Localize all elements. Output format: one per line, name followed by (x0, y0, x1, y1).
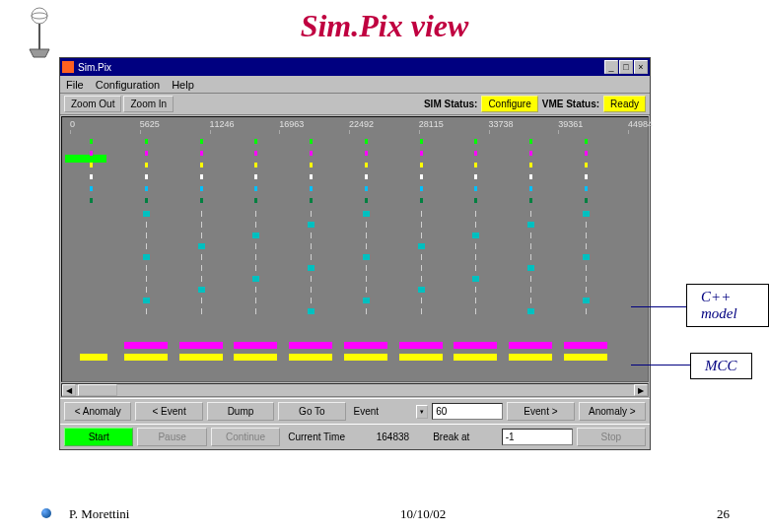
chart-dash (145, 198, 148, 203)
window-title: Sim.Pix (78, 62, 111, 73)
zoom-in-button[interactable]: Zoom In (123, 96, 174, 112)
chart-dash (254, 151, 257, 156)
stop-button[interactable]: Stop (577, 428, 646, 446)
chart-vline-seg (146, 243, 147, 249)
chart-vline-seg (421, 254, 422, 260)
chart-block (363, 254, 370, 260)
anomaly-prev-button[interactable]: < Anomaly (64, 402, 131, 421)
vme-status-value[interactable]: Ready (603, 96, 646, 112)
maximize-button[interactable]: □ (619, 60, 633, 74)
chart-vline-seg (586, 265, 587, 271)
scroll-left-button[interactable]: ◀ (62, 384, 76, 396)
menu-configuration[interactable]: Configuration (96, 79, 160, 91)
footer-date: 10/10/02 (400, 506, 446, 522)
scroll-thumb[interactable] (78, 384, 117, 396)
chart-vline-seg (146, 265, 147, 271)
chart-vline-seg (530, 254, 531, 260)
controls-row-2: Start Pause Continue Current Time 164838… (60, 424, 650, 449)
chart-dash (474, 174, 477, 179)
chart-dash (365, 139, 368, 144)
chart-vline-seg (530, 276, 531, 282)
chart-block (583, 254, 590, 260)
chart-vline-seg (475, 243, 476, 249)
break-at-input[interactable] (502, 429, 573, 445)
chart-vline-seg (201, 265, 202, 271)
chart-dash (145, 186, 148, 191)
toolbar: Zoom Out Zoom In SIM Status: Configure V… (60, 94, 650, 115)
chart-vline-seg (201, 308, 202, 314)
event-prev-button[interactable]: < Event (135, 402, 202, 421)
chart-mcc-bar (289, 354, 332, 361)
chart-block (252, 233, 259, 238)
controls-row-1: < Anomaly < Event Dump Go To Event ▾ Eve… (60, 398, 650, 424)
chart-block (418, 243, 425, 249)
current-time-value: 164838 (357, 428, 425, 446)
chart-vline-seg (421, 211, 422, 217)
chart-tick: 33738 (489, 119, 514, 129)
dump-button[interactable]: Dump (207, 402, 274, 421)
chart-block (418, 287, 425, 293)
chart-cpp-bar (399, 342, 443, 349)
chart-cpp-bar (454, 342, 497, 349)
slide-footer: P. Morettini 10/10/02 26 (69, 506, 730, 522)
chart-dash (90, 139, 93, 144)
chart-vline-seg (530, 233, 531, 238)
chart-vline-seg (475, 211, 476, 217)
chart-vline-seg (146, 233, 147, 238)
chart-dash (254, 139, 257, 144)
sim-status-value[interactable]: Configure (481, 96, 537, 112)
chart-dash (200, 163, 203, 167)
menu-help[interactable]: Help (172, 79, 194, 91)
chart-block (198, 243, 205, 249)
chart-block (527, 308, 534, 314)
chart-vline-seg (530, 211, 531, 217)
chart-vline-seg (366, 243, 367, 249)
close-button[interactable]: × (634, 60, 648, 74)
chart-dash (145, 163, 148, 167)
chart-dash (90, 163, 93, 167)
chart-vline-seg (586, 276, 587, 282)
chart-dash (529, 163, 532, 167)
zoom-out-button[interactable]: Zoom Out (64, 96, 121, 112)
event-input[interactable] (432, 403, 503, 420)
event-next-button[interactable]: Event > (507, 402, 574, 421)
chart-mcc-bar (454, 354, 497, 361)
chart-vline-seg (311, 254, 312, 260)
event-dropdown-icon[interactable]: ▾ (416, 405, 429, 419)
continue-button[interactable]: Continue (211, 428, 280, 446)
chart-dash (310, 139, 313, 144)
chart-vline-seg (421, 222, 422, 228)
simpix-window: Sim.Pix _ □ × File Configuration Help Zo… (59, 57, 651, 450)
chart-dash (420, 174, 423, 179)
annotation-line-mcc (631, 365, 690, 366)
scroll-right-button[interactable]: ▶ (634, 384, 648, 396)
anomaly-next-button[interactable]: Anomaly > (579, 402, 646, 421)
chart-vline-seg (255, 298, 256, 303)
current-time-label: Current Time (284, 428, 352, 446)
chart-block (308, 222, 315, 228)
chart-dash (200, 139, 203, 144)
chart-vline-seg (255, 243, 256, 249)
chart-vline-seg (255, 265, 256, 271)
pause-button[interactable]: Pause (137, 428, 206, 446)
chart-block (143, 254, 150, 260)
goto-button[interactable]: Go To (278, 402, 345, 421)
minimize-button[interactable]: _ (604, 60, 618, 74)
chart-dash (200, 198, 203, 203)
chart-dash (529, 151, 532, 156)
chart-dash (420, 151, 423, 156)
chart-vline-seg (255, 222, 256, 228)
start-button[interactable]: Start (64, 428, 133, 446)
chart-vline-seg (311, 298, 312, 303)
chart-mcc-bar (399, 354, 443, 361)
chart-area: 0562511246169632249228115337383936144984 (61, 116, 649, 382)
horizontal-scrollbar[interactable]: ◀ ▶ (61, 383, 649, 397)
chart-vline-seg (255, 254, 256, 260)
chart-vline-seg (201, 254, 202, 260)
chart-vline-seg (421, 276, 422, 282)
chart-tick: 28115 (419, 119, 444, 129)
chart-vline-seg (311, 276, 312, 282)
chart-block (527, 265, 534, 271)
menu-file[interactable]: File (66, 79, 84, 91)
chart-dash (585, 174, 588, 179)
